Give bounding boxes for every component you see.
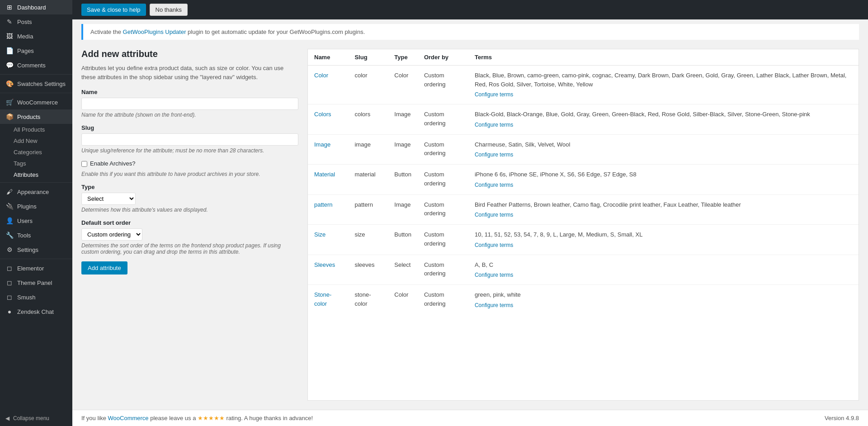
enable-archives-checkbox[interactable] <box>81 161 87 167</box>
type-label: Type <box>81 184 298 190</box>
table-row: pattern pattern Image Custom ordering Bi… <box>308 194 859 225</box>
attr-name-link[interactable]: pattern <box>314 201 332 208</box>
attr-name-link[interactable]: Material <box>314 171 335 178</box>
woocommerce-footer-link[interactable]: WooCommerce <box>108 415 149 421</box>
sidebar-sub-attributes[interactable]: Attributes <box>0 169 72 180</box>
sidebar: ⊞ Dashboard ✎ Posts 🖼 Media 📄 Pages 💬 Co… <box>0 0 72 426</box>
media-icon: 🖼 <box>5 33 14 40</box>
configure-terms-link[interactable]: Configure terms <box>475 121 852 129</box>
attr-slug: pattern <box>348 194 388 225</box>
elementor-icon: ◻ <box>5 265 14 272</box>
configure-terms-link[interactable]: Configure terms <box>475 90 852 99</box>
attr-name-link[interactable]: Sleeves <box>314 261 335 268</box>
form-description: Attributes let you define extra product … <box>81 64 298 81</box>
slug-input[interactable] <box>81 133 298 146</box>
collapse-menu-button[interactable]: ◀ Collapse menu <box>0 411 72 426</box>
configure-terms-link[interactable]: Configure terms <box>475 241 852 249</box>
sort-order-field-group: Default sort order Custom ordering Name … <box>81 219 298 255</box>
table-row: Colors colors Image Custom ordering Blac… <box>308 104 859 135</box>
attr-name-link[interactable]: Size <box>314 231 326 238</box>
sidebar-item-plugins[interactable]: 🔌 Plugins <box>0 199 72 213</box>
content-area: Add new attribute Attributes let you def… <box>72 40 868 410</box>
attr-name-link[interactable]: Colors <box>314 111 331 118</box>
col-terms: Terms <box>468 49 859 66</box>
sidebar-item-users[interactable]: 👤 Users <box>0 213 72 228</box>
name-input[interactable] <box>81 98 298 110</box>
attr-order-by: Custom ordering <box>418 285 468 315</box>
enable-archives-label[interactable]: Enable Archives? <box>90 160 135 167</box>
plugins-icon: 🔌 <box>5 203 14 210</box>
attr-type: Color <box>388 285 418 315</box>
type-field-group: Type Select Color Button Image Determine… <box>81 184 298 213</box>
swatches-icon: 🎨 <box>5 80 14 87</box>
sidebar-sub-categories[interactable]: Categories <box>0 147 72 158</box>
sidebar-item-appearance[interactable]: 🖌 Appearance <box>0 185 72 199</box>
col-order-by: Order by <box>418 49 468 66</box>
sort-order-label: Default sort order <box>81 219 298 226</box>
attr-slug: material <box>348 165 388 195</box>
name-hint: Name for the attribute (shown on the fro… <box>81 112 298 118</box>
sidebar-item-woocommerce[interactable]: 🛒 WooCommerce <box>0 95 72 109</box>
smush-icon: ◻ <box>5 293 14 301</box>
zendesk-icon: ● <box>5 308 14 315</box>
attr-slug: color <box>348 66 388 104</box>
sidebar-sub-all-products[interactable]: All Products <box>0 124 72 135</box>
attr-name-link[interactable]: Image <box>314 141 330 148</box>
sidebar-item-zendesk[interactable]: ● Zendesk Chat <box>0 304 72 319</box>
sidebar-divider-4 <box>0 259 72 259</box>
configure-terms-link[interactable]: Configure terms <box>475 211 852 219</box>
sort-order-hint: Determines the sort order of the terms o… <box>81 242 298 255</box>
rating-stars[interactable]: ★★★★★ <box>198 415 225 421</box>
save-help-button[interactable]: Save & close to help <box>81 4 146 16</box>
sidebar-item-themepanel[interactable]: ◻ Theme Panel <box>0 275 72 290</box>
sidebar-item-tools[interactable]: 🔧 Tools <box>0 228 72 242</box>
attr-order-by: Custom ordering <box>418 66 468 104</box>
sidebar-item-smush[interactable]: ◻ Smush <box>0 290 72 304</box>
sidebar-item-products[interactable]: 📦 Products <box>0 109 72 124</box>
attr-order-by: Custom ordering <box>418 194 468 225</box>
sidebar-item-elementor[interactable]: ◻ Elementor <box>0 261 72 275</box>
footer-text: If you like WooCommerce please leave us … <box>81 415 313 421</box>
sidebar-item-settings[interactable]: ⚙ Settings <box>0 242 72 257</box>
configure-terms-link[interactable]: Configure terms <box>475 301 852 309</box>
no-thanks-button[interactable]: No thanks <box>150 4 188 16</box>
attr-name-link[interactable]: Color <box>314 72 328 79</box>
sidebar-item-comments[interactable]: 💬 Comments <box>0 58 72 72</box>
sidebar-item-pages[interactable]: 📄 Pages <box>0 43 72 58</box>
configure-terms-link[interactable]: Configure terms <box>475 151 852 159</box>
add-attribute-button[interactable]: Add attribute <box>81 261 127 275</box>
attr-order-by: Custom ordering <box>418 104 468 135</box>
sidebar-item-posts[interactable]: ✎ Posts <box>0 14 72 29</box>
attr-terms: Bird Feather Patterns, Brown leather, Ca… <box>468 194 859 225</box>
appearance-icon: 🖌 <box>5 188 14 195</box>
attributes-table-panel: Name Slug Type Order by Terms Color colo… <box>307 49 859 401</box>
table-row: Stone-color stone-color Color Custom ord… <box>308 285 859 315</box>
table-row: Sleeves sleeves Select Custom ordering A… <box>308 255 859 285</box>
slug-label: Slug <box>81 124 298 131</box>
version-text: Version 4.9.8 <box>825 415 859 421</box>
sidebar-item-swatches[interactable]: 🎨 Swatches Settings <box>0 76 72 91</box>
attr-type: Select <box>388 255 418 285</box>
getwoo-updater-link[interactable]: GetWooPlugins Updater <box>123 28 186 35</box>
attr-order-by: Custom ordering <box>418 165 468 195</box>
enable-archives-group: Enable Archives? Enable this if you want… <box>81 160 298 177</box>
sort-order-select[interactable]: Custom ordering Name Name (numeric) ID <box>81 228 142 241</box>
attr-slug: size <box>348 225 388 255</box>
posts-icon: ✎ <box>5 18 14 25</box>
woocommerce-icon: 🛒 <box>5 99 14 106</box>
dashboard-icon: ⊞ <box>5 4 14 11</box>
attr-type: Image <box>388 134 418 165</box>
type-select[interactable]: Select Color Button Image <box>81 193 136 205</box>
sidebar-item-media[interactable]: 🖼 Media <box>0 29 72 43</box>
sidebar-item-dashboard[interactable]: ⊞ Dashboard <box>0 0 72 14</box>
sidebar-sub-add-new[interactable]: Add New <box>0 135 72 147</box>
attr-order-by: Custom ordering <box>418 255 468 285</box>
attr-type: Image <box>388 194 418 225</box>
footer-bar: If you like WooCommerce please leave us … <box>72 410 868 426</box>
configure-terms-link[interactable]: Configure terms <box>475 181 852 189</box>
sidebar-sub-tags[interactable]: Tags <box>0 158 72 169</box>
configure-terms-link[interactable]: Configure terms <box>475 271 852 279</box>
tools-icon: 🔧 <box>5 232 14 239</box>
attr-slug: stone-color <box>348 285 388 315</box>
attr-name-link[interactable]: Stone-color <box>314 291 331 307</box>
